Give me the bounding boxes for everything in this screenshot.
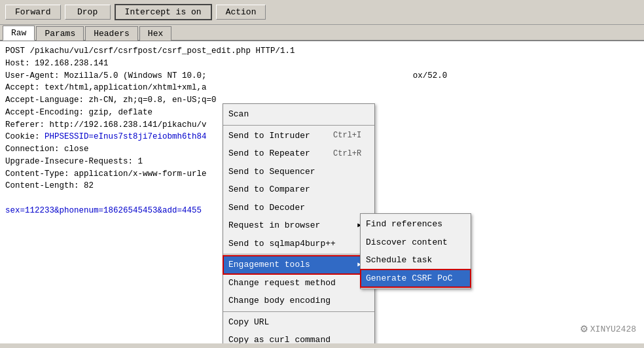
- request-line9: Connection: close: [5, 145, 89, 154]
- watermark-text: XINYU2428: [590, 323, 636, 336]
- menu-item-send-to-intruder[interactable]: Send to Intruder Ctrl+I: [223, 127, 374, 145]
- submenu-item-generate-csrf[interactable]: Generate CSRF PoC: [361, 270, 471, 288]
- tab-headers[interactable]: Headers: [85, 26, 138, 41]
- menu-item-scan[interactable]: Scan: [223, 105, 374, 124]
- menu-item-send-to-decoder[interactable]: Send to Decoder: [223, 199, 374, 217]
- menu-item-change-body-encoding[interactable]: Change body encoding: [223, 292, 374, 310]
- menu-separator-2: [223, 254, 374, 254]
- menu-separator-1: [223, 125, 374, 126]
- intercept-button[interactable]: Intercept is on: [115, 4, 212, 20]
- menu-item-send-to-sqlmap[interactable]: Send to sqlmap4burp++: [223, 235, 374, 253]
- action-button[interactable]: Action: [216, 5, 266, 20]
- toolbar: Forward Drop Intercept is on Action: [0, 0, 644, 25]
- context-menu: Scan Send to Intruder Ctrl+I Send to Rep…: [223, 103, 375, 343]
- request-line7: Referer: http://192.168.238.141/pikachu/…: [5, 120, 207, 130]
- request-line2: Host: 192.168.238.141: [5, 59, 109, 68]
- watermark: ⚙ XINYU2428: [581, 321, 636, 338]
- request-line3: User-Agent: Mozilla/5.0 (Windows NT 10.0…: [5, 71, 447, 80]
- request-line1: POST /pikachu/vul/csrf/csrfpost/csrf_pos…: [5, 46, 295, 56]
- drop-button[interactable]: Drop: [65, 5, 111, 20]
- request-line5: Accept-Language: zh-CN, zh;q=0.8, en-US;…: [5, 96, 217, 105]
- context-menu-wrapper: Scan Send to Intruder Ctrl+I Send to Rep…: [223, 103, 375, 343]
- request-line6: Accept-Encoding: gzip, deflate: [5, 108, 152, 117]
- menu-item-engagement-tools[interactable]: Engagement tools ▶: [223, 256, 374, 274]
- request-post-data: sex=112233&phonenum=18626545453&add=4455: [5, 206, 202, 215]
- submenu-item-find-references[interactable]: Find references: [361, 215, 471, 234]
- submenu-item-discover-content[interactable]: Discover content: [361, 234, 471, 252]
- menu-separator-3: [223, 311, 374, 312]
- request-line8: Cookie: PHPSESSID=eInus7st8ji7eiobmh6th8…: [5, 132, 207, 141]
- engagement-submenu: Find references Discover content Schedul…: [360, 213, 471, 289]
- tab-params[interactable]: Params: [36, 26, 84, 41]
- submenu-item-schedule-task[interactable]: Schedule task: [361, 251, 471, 270]
- repeater-shortcut: Ctrl+R: [333, 148, 361, 160]
- tab-raw[interactable]: Raw: [3, 26, 35, 41]
- tab-hex[interactable]: Hex: [139, 26, 171, 41]
- intruder-shortcut: Ctrl+I: [333, 130, 361, 141]
- menu-item-copy-url[interactable]: Copy URL: [223, 313, 374, 332]
- watermark-icon: ⚙: [581, 321, 588, 338]
- request-line4: Accept: text/html,application/xhtml+xml,…: [5, 83, 207, 92]
- menu-item-send-to-sequencer[interactable]: Send to Sequencer: [223, 163, 374, 181]
- menu-item-send-to-repeater[interactable]: Send to Repeater Ctrl+R: [223, 145, 374, 163]
- request-line12: Content-Length: 82: [5, 181, 94, 190]
- request-line10: Upgrade-Insecure-Requests: 1: [5, 157, 143, 166]
- tab-bar: Raw Params Headers Hex: [0, 25, 644, 41]
- forward-button[interactable]: Forward: [5, 5, 61, 20]
- request-content: POST /pikachu/vul/csrf/csrfpost/csrf_pos…: [0, 41, 644, 343]
- request-line11: Content-Type: application/x-www-form-url…: [5, 169, 207, 179]
- menu-item-change-request-method[interactable]: Change request method: [223, 274, 374, 292]
- menu-item-request-in-browser[interactable]: Request in browser ▶: [223, 217, 374, 235]
- menu-item-copy-as-curl[interactable]: Copy as curl command: [223, 331, 374, 343]
- menu-item-send-to-comparer[interactable]: Send to Comparer: [223, 181, 374, 199]
